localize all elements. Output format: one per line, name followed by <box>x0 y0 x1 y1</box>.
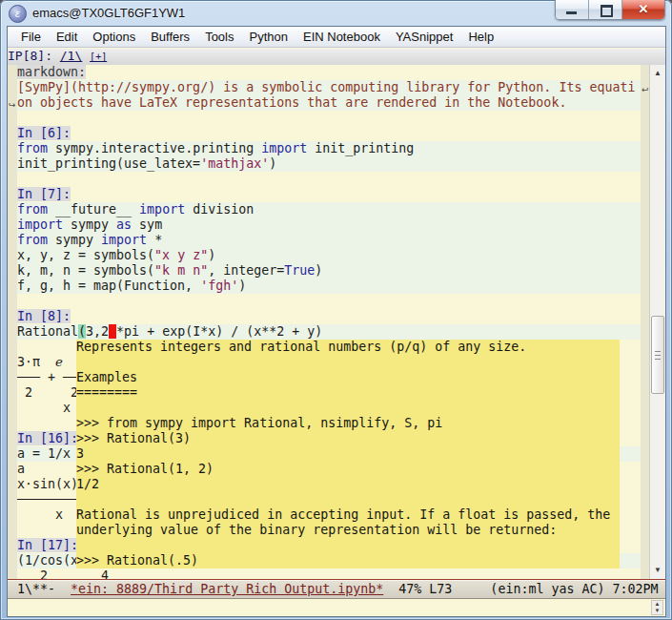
menu-item-tools[interactable]: Tools <box>197 28 241 46</box>
modeline-position: 47% L73 <box>383 582 452 596</box>
left-fringe: ↪ <box>8 65 17 579</box>
cell-input-prompt: In [17]: <box>17 538 78 552</box>
text-segment: a <box>17 462 25 476</box>
cell-input-prompt: In [8]: <box>17 309 71 323</box>
text-segment: import <box>17 217 63 232</box>
mode-line: 1\**- *ein: 8889/Third Party Rich Output… <box>8 579 665 599</box>
add-cell-link[interactable]: [+] <box>90 52 107 62</box>
menu-item-buffers[interactable]: Buffers <box>143 28 197 46</box>
text-segment: 2 2 <box>17 385 78 400</box>
tooltip-line: underlying value of the binary represent… <box>76 523 620 538</box>
buffer-line: from __future__ import division <box>17 202 641 217</box>
text-area: ↪ markdown:[SymPy](http://sympy.org/) is… <box>8 65 665 579</box>
menu-item-help[interactable]: Help <box>460 28 501 46</box>
text-segment: [SymPy](http://sympy.org/) is a symbolic… <box>17 80 635 94</box>
buffer-line: k, m, n = symbols("k m n", integer=True) <box>17 263 641 279</box>
modeline-flags: 1\**- <box>17 582 71 596</box>
text-segment: division <box>185 202 254 217</box>
header-line: IP[8]: /1\ [+] <box>8 49 665 66</box>
minimize-icon <box>566 11 577 14</box>
minimize-button[interactable] <box>556 0 589 19</box>
text-segment: ) <box>208 248 215 262</box>
tooltip-line: Rational is unprejudiced in accepting in… <box>76 507 620 523</box>
buffer-line: from sympy.interactive.printing import i… <box>17 141 641 156</box>
cell-input-prompt: In [16]: <box>17 431 78 445</box>
maximize-button[interactable] <box>589 0 622 19</box>
text-segment: import <box>261 141 307 155</box>
scrollbar-up-arrow-icon[interactable]: ▲ <box>650 67 665 80</box>
tooltip-line <box>76 538 620 553</box>
buffer-line: markdown: <box>17 65 641 80</box>
text-segment: 2 4 <box>17 568 109 579</box>
modeline-modes: (ein:ml yas AC) <box>452 582 612 596</box>
menu-item-ein-notebook[interactable]: EIN Notebook <box>295 28 388 46</box>
tooltip-line: 1/2 <box>76 477 620 492</box>
tooltip-line: >>> from sympy import Rational, nsimplif… <box>76 416 620 431</box>
buffer-line <box>17 111 641 126</box>
tooltip-line: >>> Rational(3) <box>76 431 620 446</box>
text-segment: sympy <box>63 217 116 232</box>
text-segment: as <box>116 217 132 232</box>
buffer-line: In [6]: <box>17 126 641 141</box>
wrap-indicator-icon: ↩ <box>641 86 649 94</box>
menu-item-yasnippet[interactable]: YASnippet <box>388 28 460 46</box>
header-prompt: IP[8]: <box>8 49 60 63</box>
tooltip-line: 3 <box>76 446 620 462</box>
text-segment: from <box>17 233 48 247</box>
scrollbar-thumb[interactable] <box>651 316 664 394</box>
tooltip-line: Represents integers and rational numbers… <box>76 340 620 355</box>
paren-match: ( <box>78 324 86 339</box>
doc-tooltip: Represents integers and rational numbers… <box>76 340 620 568</box>
notebook-pager-link[interactable]: /1\ <box>60 49 82 63</box>
menu-bar: FileEditOptionsBuffersToolsPythonEIN Not… <box>8 27 665 48</box>
text-segment: f, g, h = map(Function, <box>17 279 200 293</box>
right-fringe: ↩ <box>641 65 649 579</box>
menu-item-file[interactable]: File <box>13 28 49 46</box>
menu-item-options[interactable]: Options <box>85 28 143 46</box>
buffer-line: In [7]: <box>17 187 641 202</box>
text-segment: Rational <box>17 324 78 339</box>
scrollbar-down-arrow-icon[interactable]: ▼ <box>652 608 662 614</box>
scrollbar[interactable]: ▲ ▼ <box>649 65 665 579</box>
text-segment: init_printing <box>307 141 414 155</box>
scrollbar-grip-icon <box>655 351 661 360</box>
buffer-line <box>17 172 641 187</box>
echo-area[interactable]: ▲ ▼ <box>8 599 665 616</box>
emacs-window: ε emacs@TX0GLT6GF1YW1 ✕ FileEditOptionsB… <box>0 0 672 620</box>
modeline-clock: 7:02PM <box>612 582 658 596</box>
text-segment: "k m n" <box>154 263 208 278</box>
text-segment: on objects have LaTeX representations th… <box>17 95 566 110</box>
text-segment: True <box>284 263 315 278</box>
text-segment: *pi + exp(I*x) / (x**2 + y) <box>116 324 322 339</box>
text-segment: x <box>17 507 63 522</box>
menu-item-edit[interactable]: Edit <box>49 28 85 46</box>
text-segment: sympy.interactive.printing <box>48 141 261 155</box>
text-segment: import <box>101 233 147 247</box>
title-bar[interactable]: ε emacs@TX0GLT6GF1YW1 ✕ <box>0 0 672 27</box>
text-segment: ) <box>315 263 322 278</box>
minibuffer-scrollbar[interactable]: ▲ ▼ <box>651 600 663 615</box>
text-segment: from <box>17 141 48 155</box>
buffer-line: init_printing(use_latex='mathjax') <box>17 156 641 172</box>
text-segment: k, m, n = symbols( <box>17 263 154 278</box>
scrollbar-up-arrow-icon[interactable]: ▲ <box>652 601 662 608</box>
text-segment: 'mathjax' <box>200 156 269 171</box>
tooltip-line: >>> Rational(1, 2) <box>76 462 620 477</box>
text-segment: * <box>147 233 162 247</box>
emacs-icon: ε <box>9 5 27 23</box>
close-button[interactable]: ✕ <box>622 0 664 19</box>
cell-input-prompt: markdown: <box>17 65 86 79</box>
text-segment: ─── + ── <box>17 370 78 384</box>
tooltip-line: >>> Rational(.5) <box>76 553 620 568</box>
modeline-buffer-name: *ein: 8889/Third Party Rich Output.ipynb… <box>71 582 383 596</box>
text-segment: from <box>17 202 48 217</box>
text-segment: (1/cos(x <box>17 553 78 568</box>
maximize-icon <box>601 5 613 17</box>
tooltip-line: Examples <box>76 370 620 385</box>
text-segment: "x y z" <box>154 248 208 262</box>
menu-item-python[interactable]: Python <box>241 28 295 46</box>
cursor: ) <box>109 324 116 339</box>
scrollbar-down-arrow-icon[interactable]: ▼ <box>650 564 665 577</box>
tooltip-line <box>76 492 620 507</box>
close-icon: ✕ <box>622 2 664 16</box>
